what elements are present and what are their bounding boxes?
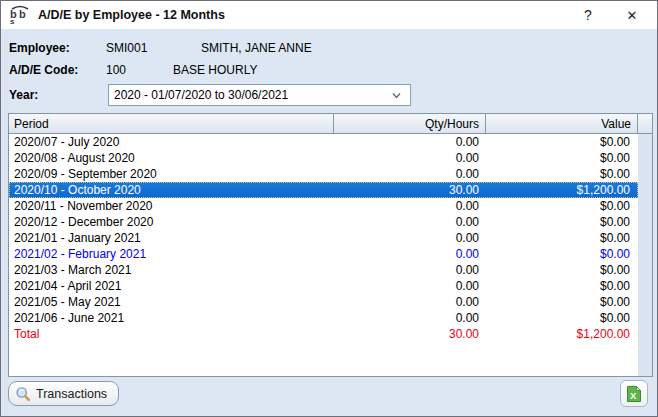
year-select[interactable]: 2020 - 01/07/2020 to 30/06/2021: [108, 84, 411, 106]
column-header-period[interactable]: Period: [9, 114, 334, 133]
qty-hours-cell: 30.00: [334, 183, 486, 197]
qty-hours-cell: 0.00: [334, 247, 486, 261]
excel-export-icon: X: [626, 385, 642, 403]
scrollbar-corner: [638, 114, 652, 134]
table-row[interactable]: 2020/10 - October 2020 30.00 $1,200.00: [9, 182, 638, 198]
table-row[interactable]: 2020/11 - November 2020 0.00 $0.00: [9, 198, 638, 214]
year-label: Year:: [9, 88, 108, 102]
qty-hours-cell: 0.00: [334, 151, 486, 165]
employee-name: SMITH, JANE ANNE: [201, 41, 312, 55]
year-row: Year: 2020 - 01/07/2020 to 30/06/2021: [9, 83, 649, 107]
value-cell: $0.00: [486, 295, 638, 309]
period-cell: 2021/05 - May 2021: [9, 295, 334, 309]
value-cell: $0.00: [486, 135, 638, 149]
qty-hours-cell: 0.00: [334, 311, 486, 325]
value-cell: $0.00: [486, 247, 638, 261]
period-cell: 2021/01 - January 2021: [9, 231, 334, 245]
ade-code-row: A/D/E Code: 100 BASE HOURLY: [9, 59, 649, 81]
total-label: Total: [9, 327, 334, 341]
ade-code: 100: [106, 63, 173, 77]
employee-label: Employee:: [9, 41, 106, 55]
table-row[interactable]: 2021/03 - March 2021 0.00 $0.00: [9, 262, 638, 278]
svg-text:X: X: [630, 389, 637, 400]
value-cell: $1,200.00: [486, 183, 638, 197]
table-row[interactable]: 2020/07 - July 2020 0.00 $0.00: [9, 134, 638, 150]
export-excel-button[interactable]: X: [620, 380, 648, 407]
chevron-down-icon: [392, 91, 401, 100]
ade-description: BASE HOURLY: [173, 63, 257, 77]
title-bar[interactable]: b b s A/D/E by Employee - 12 Months ? ✕: [1, 1, 657, 29]
qty-hours-cell: 0.00: [334, 167, 486, 181]
transactions-button[interactable]: Transactions: [8, 381, 119, 406]
value-cell: $0.00: [486, 151, 638, 165]
total-value: $1,200.00: [486, 327, 638, 341]
table-header: Period Qty/Hours Value: [9, 114, 652, 134]
employee-row: Employee: SMI001 SMITH, JANE ANNE: [9, 37, 649, 59]
period-cell: 2021/02 - February 2021: [9, 247, 334, 261]
period-cell: 2020/10 - October 2020: [9, 183, 334, 197]
svg-text:s: s: [10, 17, 15, 25]
app-logo-icon: b b s: [8, 5, 32, 25]
total-row: Total 30.00 $1,200.00: [9, 326, 638, 342]
value-cell: $0.00: [486, 215, 638, 229]
table-row[interactable]: 2020/12 - December 2020 0.00 $0.00: [9, 214, 638, 230]
qty-hours-cell: 0.00: [334, 215, 486, 229]
table-row[interactable]: 2021/05 - May 2021 0.00 $0.00: [9, 294, 638, 310]
ade-code-label: A/D/E Code:: [9, 63, 106, 77]
qty-hours-cell: 0.00: [334, 199, 486, 213]
value-cell: $0.00: [486, 199, 638, 213]
employee-code: SMI001: [106, 41, 201, 55]
period-cell: 2020/12 - December 2020: [9, 215, 334, 229]
info-panel: Employee: SMI001 SMITH, JANE ANNE A/D/E …: [1, 29, 657, 107]
magnifier-icon: [15, 386, 31, 402]
table-row[interactable]: 2020/08 - August 2020 0.00 $0.00: [9, 150, 638, 166]
column-header-qty-hours[interactable]: Qty/Hours: [334, 114, 486, 133]
table-row[interactable]: 2020/09 - September 2020 0.00 $0.00: [9, 166, 638, 182]
table-row[interactable]: 2021/04 - April 2021 0.00 $0.00: [9, 278, 638, 294]
scrollbar-track[interactable]: [638, 114, 652, 376]
dialog-window: b b s A/D/E by Employee - 12 Months ? ✕ …: [0, 0, 658, 417]
total-qty-hours: 30.00: [334, 327, 486, 341]
close-button[interactable]: ✕: [617, 3, 647, 27]
qty-hours-cell: 0.00: [334, 279, 486, 293]
period-cell: 2020/09 - September 2020: [9, 167, 334, 181]
table-rows: 2020/07 - July 2020 0.00 $0.00 2020/08 -…: [9, 134, 638, 342]
period-cell: 2020/07 - July 2020: [9, 135, 334, 149]
value-cell: $0.00: [486, 263, 638, 277]
qty-hours-cell: 0.00: [334, 231, 486, 245]
transactions-button-label: Transactions: [36, 387, 107, 401]
qty-hours-cell: 0.00: [334, 295, 486, 309]
table-row[interactable]: 2021/06 - June 2021 0.00 $0.00: [9, 310, 638, 326]
period-cell: 2020/11 - November 2020: [9, 199, 334, 213]
footer: Transactions X: [1, 374, 657, 416]
value-cell: $0.00: [486, 279, 638, 293]
window-title: A/D/E by Employee - 12 Months: [38, 8, 573, 22]
period-table: Period Qty/Hours Value 2020/07 - July 20…: [8, 113, 653, 377]
period-cell: 2020/08 - August 2020: [9, 151, 334, 165]
svg-text:b: b: [19, 8, 26, 20]
period-cell: 2021/03 - March 2021: [9, 263, 334, 277]
value-cell: $0.00: [486, 311, 638, 325]
value-cell: $0.00: [486, 231, 638, 245]
year-select-value: 2020 - 01/07/2020 to 30/06/2021: [114, 88, 392, 102]
value-cell: $0.00: [486, 167, 638, 181]
table-row[interactable]: 2021/01 - January 2021 0.00 $0.00: [9, 230, 638, 246]
help-button[interactable]: ?: [573, 3, 603, 27]
period-cell: 2021/06 - June 2021: [9, 311, 334, 325]
table-row[interactable]: 2021/02 - February 2021 0.00 $0.00: [9, 246, 638, 262]
period-cell: 2021/04 - April 2021: [9, 279, 334, 293]
qty-hours-cell: 0.00: [334, 135, 486, 149]
column-header-value[interactable]: Value: [486, 114, 638, 133]
qty-hours-cell: 0.00: [334, 263, 486, 277]
